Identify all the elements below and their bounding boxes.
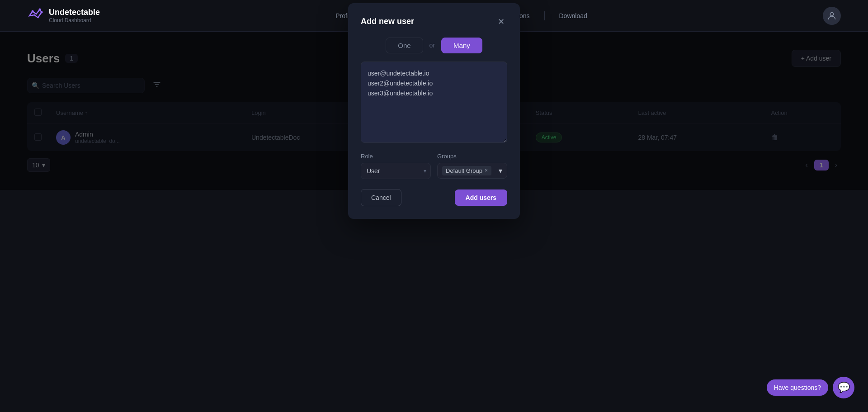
svg-point-0 [32, 10, 34, 12]
svg-point-3 [830, 12, 833, 15]
main-content: Users 1 + Add user 🔍 Username ↑ [0, 32, 868, 190]
modal-footer: Cancel Add users [361, 189, 507, 206]
modal-close-button[interactable]: ✕ [495, 16, 507, 28]
user-avatar[interactable] [823, 7, 841, 25]
nav-download[interactable]: Download [559, 10, 587, 21]
role-select[interactable]: User Admin [361, 163, 431, 179]
svg-point-2 [41, 11, 43, 13]
user-icon [827, 11, 837, 21]
groups-chevron-icon: ▾ [499, 166, 502, 175]
svg-point-1 [39, 8, 41, 10]
modal-fields-row: Role User Admin ▾ Groups Default Group [361, 153, 507, 179]
chat-widget: Have questions? 💬 [767, 377, 854, 398]
add-users-button[interactable]: Add users [455, 189, 507, 206]
brand-logo-icon [27, 8, 43, 24]
add-user-modal: Add new user ✕ One or Many user@undetect… [348, 3, 520, 219]
cancel-button[interactable]: Cancel [361, 189, 401, 206]
brand-subtitle: Cloud Dashboard [49, 17, 100, 24]
modal-toggle-row: One or Many [361, 38, 507, 53]
brand: Undetectable Cloud Dashboard [27, 8, 100, 24]
modal-header: Add new user ✕ [361, 16, 507, 28]
role-label: Role [361, 153, 431, 160]
modal-title: Add new user [361, 17, 414, 26]
brand-name: Undetectable [49, 8, 100, 18]
chat-icon-button[interactable]: 💬 [833, 377, 854, 398]
group-tag-close[interactable]: × [485, 167, 488, 174]
groups-field: Groups Default Group × ▾ [437, 153, 507, 179]
chat-label[interactable]: Have questions? [767, 379, 828, 396]
navbar-right [823, 7, 841, 25]
role-field: Role User Admin ▾ [361, 153, 431, 179]
groups-label: Groups [437, 153, 507, 160]
brand-text: Undetectable Cloud Dashboard [49, 8, 100, 24]
chat-icon: 💬 [838, 382, 850, 393]
toggle-one-button[interactable]: One [386, 38, 423, 53]
email-textarea[interactable]: user@undetectable.io user2@undetectable.… [361, 62, 507, 143]
nav-divider [544, 11, 545, 20]
groups-select[interactable]: Default Group × ▾ [437, 163, 507, 179]
toggle-many-button[interactable]: Many [441, 38, 482, 53]
modal-overlay: Add new user ✕ One or Many user@undetect… [0, 32, 868, 190]
toggle-or-label: or [429, 42, 435, 49]
group-tag: Default Group × [442, 166, 491, 175]
